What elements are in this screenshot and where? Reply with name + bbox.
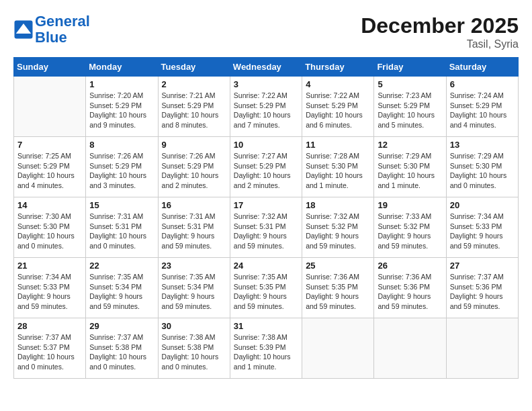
col-header-friday: Friday <box>374 58 446 77</box>
calendar-cell: 30Sunrise: 7:38 AM Sunset: 5:38 PM Dayli… <box>158 318 230 379</box>
day-number: 30 <box>162 321 226 331</box>
day-info: Sunrise: 7:34 AM Sunset: 5:33 PM Dayligh… <box>17 272 82 312</box>
calendar-cell: 28Sunrise: 7:37 AM Sunset: 5:37 PM Dayli… <box>14 318 86 379</box>
calendar-cell: 27Sunrise: 7:37 AM Sunset: 5:36 PM Dayli… <box>446 258 518 318</box>
day-number: 9 <box>162 140 226 150</box>
calendar-cell: 31Sunrise: 7:38 AM Sunset: 5:39 PM Dayli… <box>230 318 302 379</box>
calendar-cell: 26Sunrise: 7:36 AM Sunset: 5:36 PM Dayli… <box>374 258 446 318</box>
day-info: Sunrise: 7:31 AM Sunset: 5:31 PM Dayligh… <box>162 212 226 251</box>
day-number: 19 <box>378 200 442 210</box>
day-info: Sunrise: 7:27 AM Sunset: 5:29 PM Dayligh… <box>234 151 298 191</box>
day-info: Sunrise: 7:33 AM Sunset: 5:32 PM Dayligh… <box>378 212 442 251</box>
calendar-cell: 4Sunrise: 7:22 AM Sunset: 5:29 PM Daylig… <box>302 77 374 137</box>
day-number: 18 <box>306 200 370 210</box>
calendar-cell: 23Sunrise: 7:35 AM Sunset: 5:34 PM Dayli… <box>158 258 230 318</box>
title-block: December 2025 Tasil, Syria <box>361 13 519 50</box>
day-number: 2 <box>162 79 226 89</box>
day-number: 23 <box>162 261 226 271</box>
day-number: 21 <box>17 261 82 271</box>
calendar-cell: 10Sunrise: 7:27 AM Sunset: 5:29 PM Dayli… <box>230 137 302 197</box>
col-header-thursday: Thursday <box>302 58 374 77</box>
day-number: 16 <box>162 200 226 210</box>
day-info: Sunrise: 7:36 AM Sunset: 5:35 PM Dayligh… <box>306 272 370 312</box>
day-number: 25 <box>306 261 370 271</box>
day-info: Sunrise: 7:26 AM Sunset: 5:29 PM Dayligh… <box>89 151 154 191</box>
day-info: Sunrise: 7:35 AM Sunset: 5:34 PM Dayligh… <box>162 272 226 312</box>
month-year: December 2025 <box>361 13 519 38</box>
day-info: Sunrise: 7:28 AM Sunset: 5:30 PM Dayligh… <box>306 151 370 191</box>
calendar-cell <box>14 77 86 137</box>
calendar-cell: 29Sunrise: 7:37 AM Sunset: 5:38 PM Dayli… <box>86 318 158 379</box>
calendar-cell: 15Sunrise: 7:31 AM Sunset: 5:31 PM Dayli… <box>86 197 158 258</box>
day-number: 13 <box>450 140 515 150</box>
calendar-cell: 13Sunrise: 7:29 AM Sunset: 5:30 PM Dayli… <box>446 137 518 197</box>
day-number: 5 <box>378 79 442 89</box>
day-info: Sunrise: 7:37 AM Sunset: 5:36 PM Dayligh… <box>450 272 515 312</box>
day-number: 28 <box>17 321 82 331</box>
logo-line2: Blue <box>35 29 67 46</box>
col-header-wednesday: Wednesday <box>230 58 302 77</box>
calendar-cell <box>374 318 446 379</box>
day-number: 6 <box>450 79 515 89</box>
calendar-cell: 3Sunrise: 7:22 AM Sunset: 5:29 PM Daylig… <box>230 77 302 137</box>
col-header-tuesday: Tuesday <box>158 58 230 77</box>
calendar-cell <box>446 318 518 379</box>
day-number: 15 <box>89 200 154 210</box>
day-number: 1 <box>89 79 154 89</box>
calendar-cell: 25Sunrise: 7:36 AM Sunset: 5:35 PM Dayli… <box>302 258 374 318</box>
day-number: 8 <box>89 140 154 150</box>
day-info: Sunrise: 7:37 AM Sunset: 5:38 PM Dayligh… <box>89 332 154 372</box>
calendar-cell: 18Sunrise: 7:32 AM Sunset: 5:32 PM Dayli… <box>302 197 374 258</box>
day-info: Sunrise: 7:38 AM Sunset: 5:39 PM Dayligh… <box>234 332 298 372</box>
day-info: Sunrise: 7:35 AM Sunset: 5:34 PM Dayligh… <box>89 272 154 312</box>
day-number: 10 <box>234 140 298 150</box>
calendar-cell: 9Sunrise: 7:26 AM Sunset: 5:29 PM Daylig… <box>158 137 230 197</box>
day-number: 14 <box>17 200 82 210</box>
calendar-cell: 2Sunrise: 7:21 AM Sunset: 5:29 PM Daylig… <box>158 77 230 137</box>
day-info: Sunrise: 7:22 AM Sunset: 5:29 PM Dayligh… <box>234 91 298 130</box>
day-number: 20 <box>450 200 515 210</box>
calendar-cell: 22Sunrise: 7:35 AM Sunset: 5:34 PM Dayli… <box>86 258 158 318</box>
day-info: Sunrise: 7:20 AM Sunset: 5:29 PM Dayligh… <box>89 91 154 130</box>
calendar-cell: 20Sunrise: 7:34 AM Sunset: 5:33 PM Dayli… <box>446 197 518 258</box>
logo-icon <box>13 19 34 40</box>
day-info: Sunrise: 7:31 AM Sunset: 5:31 PM Dayligh… <box>89 212 154 251</box>
col-header-monday: Monday <box>86 58 158 77</box>
day-number: 29 <box>89 321 154 331</box>
day-info: Sunrise: 7:21 AM Sunset: 5:29 PM Dayligh… <box>162 91 226 130</box>
day-number: 11 <box>306 140 370 150</box>
week-row-4: 21Sunrise: 7:34 AM Sunset: 5:33 PM Dayli… <box>14 258 519 318</box>
day-info: Sunrise: 7:36 AM Sunset: 5:36 PM Dayligh… <box>378 272 442 312</box>
calendar-table: SundayMondayTuesdayWednesdayThursdayFrid… <box>13 57 519 379</box>
calendar-cell: 1Sunrise: 7:20 AM Sunset: 5:29 PM Daylig… <box>86 77 158 137</box>
day-number: 22 <box>89 261 154 271</box>
col-header-sunday: Sunday <box>14 58 86 77</box>
day-number: 17 <box>234 200 298 210</box>
page-header: General Blue December 2025 Tasil, Syria <box>13 13 519 50</box>
day-info: Sunrise: 7:26 AM Sunset: 5:29 PM Dayligh… <box>162 151 226 191</box>
calendar-cell: 7Sunrise: 7:25 AM Sunset: 5:29 PM Daylig… <box>14 137 86 197</box>
calendar-cell: 8Sunrise: 7:26 AM Sunset: 5:29 PM Daylig… <box>86 137 158 197</box>
calendar-cell <box>302 318 374 379</box>
calendar-cell: 21Sunrise: 7:34 AM Sunset: 5:33 PM Dayli… <box>14 258 86 318</box>
day-number: 31 <box>234 321 298 331</box>
calendar-cell: 16Sunrise: 7:31 AM Sunset: 5:31 PM Dayli… <box>158 197 230 258</box>
day-info: Sunrise: 7:37 AM Sunset: 5:37 PM Dayligh… <box>17 332 82 372</box>
calendar-cell: 5Sunrise: 7:23 AM Sunset: 5:29 PM Daylig… <box>374 77 446 137</box>
day-number: 24 <box>234 261 298 271</box>
logo: General Blue <box>13 13 90 46</box>
day-info: Sunrise: 7:29 AM Sunset: 5:30 PM Dayligh… <box>378 151 442 191</box>
header-row: SundayMondayTuesdayWednesdayThursdayFrid… <box>14 58 519 77</box>
week-row-2: 7Sunrise: 7:25 AM Sunset: 5:29 PM Daylig… <box>14 137 519 197</box>
day-info: Sunrise: 7:32 AM Sunset: 5:31 PM Dayligh… <box>234 212 298 251</box>
logo-line1: General <box>35 13 90 30</box>
location: Tasil, Syria <box>361 38 519 50</box>
day-number: 12 <box>378 140 442 150</box>
day-info: Sunrise: 7:34 AM Sunset: 5:33 PM Dayligh… <box>450 212 515 251</box>
day-info: Sunrise: 7:38 AM Sunset: 5:38 PM Dayligh… <box>162 332 226 372</box>
week-row-1: 1Sunrise: 7:20 AM Sunset: 5:29 PM Daylig… <box>14 77 519 137</box>
day-number: 4 <box>306 79 370 89</box>
logo-text: General Blue <box>35 13 90 46</box>
calendar-cell: 24Sunrise: 7:35 AM Sunset: 5:35 PM Dayli… <box>230 258 302 318</box>
day-number: 26 <box>378 261 442 271</box>
